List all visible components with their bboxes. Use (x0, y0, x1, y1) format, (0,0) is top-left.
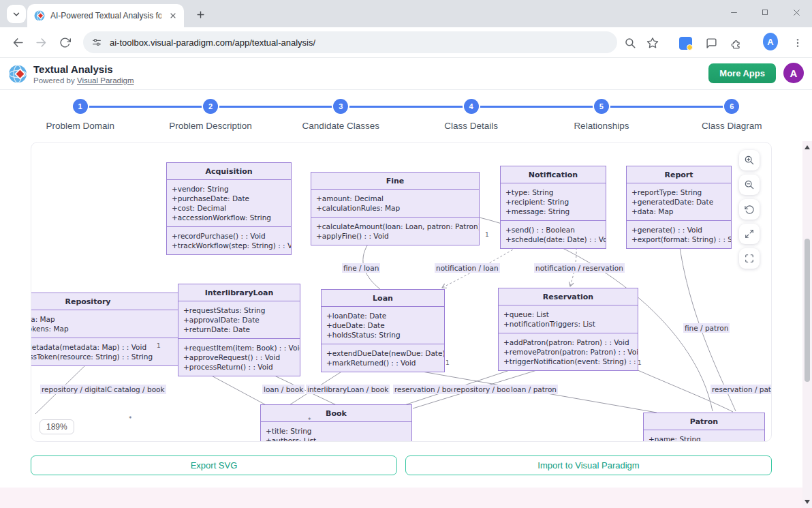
step-class-diagram[interactable]: 6Class Diagram (667, 90, 797, 138)
tab-close-icon[interactable] (167, 10, 178, 22)
attribute: +authors: List (266, 436, 407, 442)
edge-label-repository-book: repository / book (452, 385, 516, 394)
scroll-down-arrow[interactable] (805, 500, 810, 504)
url-text[interactable]: ai-toolbox.visual-paradigm.com/app/textu… (110, 38, 315, 48)
uml-class-fine[interactable]: Fine+amount: Decimal+calculationRules: M… (311, 172, 480, 245)
bookmark-star-button[interactable] (645, 35, 660, 50)
tab-search-button[interactable] (7, 5, 26, 23)
attribute: +holdsStatus: String (326, 330, 439, 340)
uml-class-notification[interactable]: Notification+type: String+recipient: Str… (500, 166, 606, 249)
class-name: Notification (501, 166, 606, 183)
multiplicity-label: * (129, 415, 132, 422)
edge-label-reservation-patron: reservation / patron (710, 385, 772, 394)
attribute: +notificationTriggers: List (503, 319, 633, 329)
browser-tab-strip: AI-Powered Textual Analysis for (0, 0, 812, 27)
edge-label-fine-patron: fine / patron (683, 323, 730, 333)
magnifier-icon (624, 37, 636, 49)
zoom-out-icon (744, 179, 755, 190)
fullscreen-brackets-icon (745, 254, 754, 263)
close-window-button[interactable] (781, 0, 812, 25)
method: +markReturned() : : Void (326, 358, 439, 368)
new-tab-button[interactable] (192, 6, 208, 23)
uml-class-report[interactable]: Report+reportType: String+generatedDate:… (626, 166, 732, 249)
uml-class-repository[interactable]: Repository+metadata: Map+accessTokens: M… (31, 293, 187, 366)
method: +processReturn() : : Void (183, 362, 295, 372)
forward-button[interactable] (30, 31, 52, 53)
uml-class-interlibraryloan[interactable]: InterlibraryLoan+requestStatus: String+a… (178, 284, 300, 376)
class-name: Report (627, 166, 731, 183)
class-name: InterlibraryLoan (178, 284, 300, 301)
multiplicity-label: * (308, 417, 311, 423)
reset-view-button[interactable] (739, 199, 760, 220)
page-zoom-button[interactable] (623, 35, 638, 50)
export-svg-button[interactable]: Export SVG (31, 455, 397, 475)
attribute: +loanDate: Date (326, 311, 439, 320)
edge-label-loan-book: loan / book (262, 385, 304, 394)
zoom-in-button[interactable] (739, 150, 760, 170)
fullscreen-button[interactable] (739, 248, 760, 269)
class-name: Acquisition (167, 163, 291, 180)
method: +export(format: String) : : String (631, 235, 726, 244)
methods-section: +extendDueDate(newDue: Date) : : Void+ma… (322, 344, 444, 372)
zoom-level-badge: 189% (40, 419, 74, 434)
zoom-out-button[interactable] (739, 175, 760, 195)
attribute: +vendor: String (172, 184, 286, 194)
step-label: Problem Description (169, 121, 252, 131)
method: +schedule(date: Date) : : Void (505, 235, 601, 244)
site-settings-icon (91, 37, 102, 48)
diagram-canvas[interactable]: Acquisition+vendor: String+purchaseDate:… (31, 142, 772, 442)
visual-paradigm-logo (8, 64, 28, 84)
step-class-details[interactable]: 4Class Details (406, 90, 536, 138)
extensions-button[interactable] (729, 35, 744, 50)
extension-shortcut-button[interactable] (678, 35, 693, 50)
back-button[interactable] (7, 31, 29, 53)
methods-section: +send() : : Boolean+schedule(date: Date)… (501, 221, 606, 248)
step-relationships[interactable]: 5Relationships (536, 90, 666, 138)
class-name: Fine (311, 173, 479, 190)
attribute: +calculationRules: Map (316, 203, 474, 213)
step-candidate-classes[interactable]: 3Candidate Classes (276, 90, 406, 138)
edge-label-catalog-book: catalog / book (112, 385, 166, 394)
uml-class-book[interactable]: Book+title: String+authors: List (260, 404, 412, 442)
maximize-button[interactable] (749, 0, 781, 25)
browser-profile-button[interactable]: A (763, 34, 778, 49)
step-label: Problem Domain (46, 121, 114, 131)
browser-tab[interactable]: AI-Powered Textual Analysis for (27, 4, 184, 27)
attributes-section: +requestStatus: String+approvalDate: Dat… (178, 301, 300, 339)
step-problem-description[interactable]: 2Problem Description (145, 90, 275, 138)
step-label: Relationships (574, 121, 629, 131)
browser-menu-button[interactable] (790, 35, 805, 50)
attribute: +amount: Decimal (316, 194, 474, 203)
step-problem-domain[interactable]: 1Problem Domain (15, 90, 145, 138)
multiplicity-label: 1 (157, 342, 161, 349)
page-scrollbar[interactable] (802, 141, 812, 508)
scroll-up-arrow[interactable] (805, 145, 810, 149)
methods-section: +calculateAmount(loan: Loan, patron: Pat… (311, 218, 479, 245)
more-apps-button[interactable]: More Apps (708, 63, 776, 83)
step-number: 5 (594, 99, 609, 114)
reload-button[interactable] (54, 31, 76, 53)
attributes-section: +vendor: String+purchaseDate: Date+cost:… (167, 180, 291, 227)
visual-paradigm-link[interactable]: Visual Paradigm (77, 76, 134, 85)
zoom-in-icon (744, 155, 755, 166)
wizard-stepper: 1Problem Domain2Problem Description3Cand… (0, 90, 812, 138)
edge-label-notification-loan: notification / loan (435, 263, 500, 273)
comment-button[interactable] (704, 35, 719, 50)
step-label: Class Details (444, 121, 498, 131)
step-number: 4 (464, 99, 479, 114)
uml-class-reservation[interactable]: Reservation+queue: List+notificationTrig… (498, 288, 638, 371)
attribute: +returnDate: Date (183, 325, 295, 334)
uml-class-loan[interactable]: Loan+loanDate: Date+dueDate: Date+holdsS… (321, 289, 445, 372)
attributes-section: +amount: Decimal+calculationRules: Map (311, 190, 479, 218)
user-avatar[interactable]: A (783, 63, 804, 83)
uml-class-patron[interactable]: Patron+name: String (643, 413, 765, 442)
attribute: +reportType: String (631, 188, 726, 197)
omnibox[interactable]: ai-toolbox.visual-paradigm.com/app/textu… (83, 31, 617, 53)
attribute: +metadata: Map (31, 314, 181, 324)
uml-class-acquisition[interactable]: Acquisition+vendor: String+purchaseDate:… (166, 162, 292, 255)
expand-button[interactable] (739, 224, 760, 244)
minimize-button[interactable] (718, 0, 749, 25)
scrollbar-thumb[interactable] (805, 239, 810, 382)
import-visual-paradigm-button[interactable]: Import to Visual Paradigm (405, 455, 772, 475)
plus-icon (196, 10, 206, 20)
